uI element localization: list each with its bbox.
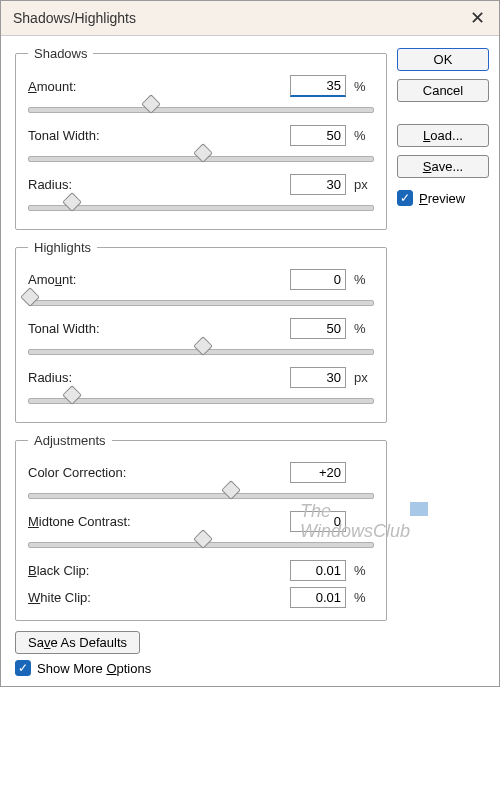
shadows-amount: Amount: % [28,75,374,119]
shadows-radius-unit: px [354,177,374,192]
save-as-defaults-button[interactable]: Save As Defaults [15,631,140,654]
cancel-button[interactable]: Cancel [397,79,489,102]
midtone-contrast-input[interactable] [290,511,346,532]
close-icon[interactable]: ✕ [465,7,489,29]
shadows-radius: Radius: px [28,174,374,217]
shadows-tonal-unit: % [354,128,374,143]
adjustments-legend: Adjustments [28,433,112,448]
preview-toggle[interactable]: ✓ Preview [397,190,489,206]
color-correction-slider[interactable] [28,487,374,505]
highlights-tonal-slider[interactable] [28,343,374,361]
dialog-body: Shadows Amount: % Tonal [1,36,499,686]
shadows-amount-label: Amount: [28,79,76,94]
shadows-tonal-label: Tonal Width: [28,128,100,143]
shadows-tonal-slider[interactable] [28,150,374,168]
highlights-tonal-input[interactable] [290,318,346,339]
highlights-radius-label: Radius: [28,370,72,385]
highlights-radius-slider[interactable] [28,392,374,410]
show-more-checkbox-icon: ✓ [15,660,31,676]
highlights-legend: Highlights [28,240,97,255]
save-button[interactable]: Save... [397,155,489,178]
titlebar: Shadows/Highlights ✕ [1,1,499,36]
shadows-legend: Shadows [28,46,93,61]
white-clip-unit: % [354,590,374,605]
black-clip-input[interactable] [290,560,346,581]
highlights-tonal-label: Tonal Width: [28,321,100,336]
black-clip-label: Black Clip: [28,563,89,578]
highlights-group: Highlights Amount: % Ton [15,240,387,423]
highlights-tonal: Tonal Width: % [28,318,374,361]
shadows-amount-slider[interactable] [28,101,374,119]
midtone-contrast-label: Midtone Contrast: [28,514,131,529]
shadows-amount-unit: % [354,79,374,94]
shadows-highlights-dialog: Shadows/Highlights ✕ Shadows Amount: % [0,0,500,687]
black-clip-unit: % [354,563,374,578]
color-correction-input[interactable] [290,462,346,483]
black-clip-row: Black Clip: % [28,560,374,581]
midtone-contrast: Midtone Contrast: [28,511,374,554]
dialog-title: Shadows/Highlights [13,10,136,26]
main-column: Shadows Amount: % Tonal [15,36,387,676]
shadows-amount-input[interactable] [290,75,346,97]
shadows-radius-slider[interactable] [28,199,374,217]
show-more-options[interactable]: ✓ Show More Options [15,660,151,676]
shadows-tonal-input[interactable] [290,125,346,146]
shadows-radius-label: Radius: [28,177,72,192]
highlights-amount-input[interactable] [290,269,346,290]
adjustments-group: Adjustments Color Correction: [15,433,387,621]
white-clip-label: White Clip: [28,590,91,605]
shadows-group: Shadows Amount: % Tonal [15,46,387,230]
shadows-tonal: Tonal Width: % [28,125,374,168]
highlights-amount-label: Amount: [28,272,76,287]
highlights-radius: Radius: px [28,367,374,410]
highlights-radius-unit: px [354,370,374,385]
highlights-amount: Amount: % [28,269,374,312]
load-button[interactable]: Load... [397,124,489,147]
side-column: OK Cancel Load... Save... ✓ Preview [397,36,489,676]
ok-button[interactable]: OK [397,48,489,71]
white-clip-row: White Clip: % [28,587,374,608]
shadows-radius-input[interactable] [290,174,346,195]
preview-label: Preview [419,191,465,206]
color-correction: Color Correction: [28,462,374,505]
highlights-tonal-unit: % [354,321,374,336]
preview-checkbox-icon: ✓ [397,190,413,206]
midtone-contrast-slider[interactable] [28,536,374,554]
bottom-controls: Save As Defaults ✓ Show More Options [15,631,387,676]
white-clip-input[interactable] [290,587,346,608]
highlights-amount-slider[interactable] [28,294,374,312]
highlights-radius-input[interactable] [290,367,346,388]
highlights-amount-unit: % [354,272,374,287]
show-more-label: Show More Options [37,661,151,676]
color-correction-label: Color Correction: [28,465,126,480]
